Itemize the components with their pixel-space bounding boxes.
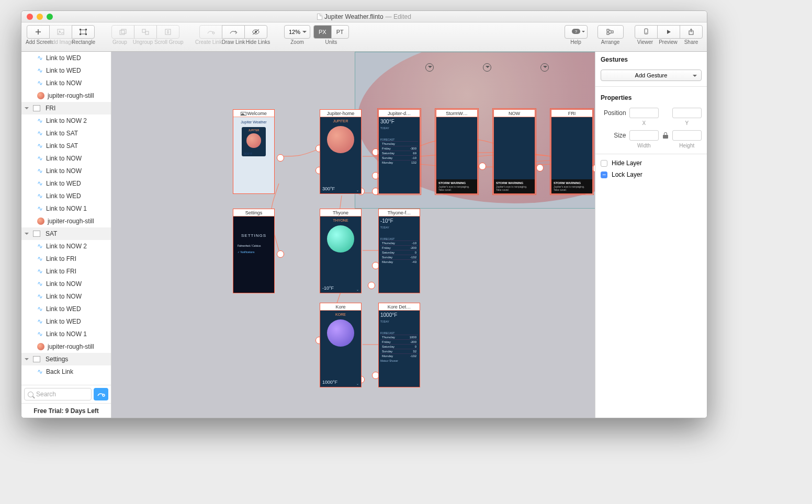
sidebar-item[interactable]: ∿Link to WED bbox=[21, 52, 111, 64]
screen-title[interactable]: NOW bbox=[494, 110, 535, 117]
sidebar-item[interactable]: ∿Link to NOW bbox=[21, 278, 111, 290]
create-link-button[interactable] bbox=[199, 25, 222, 39]
screen-title[interactable]: Kore Det… bbox=[379, 303, 420, 311]
sidebar-item[interactable]: ∿Link to SAT bbox=[21, 140, 111, 152]
unit-pt-button[interactable]: PT bbox=[331, 25, 349, 39]
lock-layer-checkbox[interactable]: − bbox=[601, 171, 607, 178]
sidebar-item[interactable]: ∿Link to FRI bbox=[21, 265, 111, 278]
help-button[interactable]: ? bbox=[565, 25, 588, 39]
screen-title[interactable]: Jupiter-home bbox=[320, 110, 361, 117]
screen-thyone[interactable]: ThyoneTHYONE-10°F⌄ bbox=[320, 209, 362, 293]
add-gesture-button[interactable]: Add Gesture bbox=[601, 70, 702, 81]
screen-body[interactable]: STORM WARNINGJupiter's eye is rampaging.… bbox=[551, 117, 592, 193]
arrange-button[interactable] bbox=[597, 25, 624, 39]
size-height-input[interactable] bbox=[672, 130, 702, 141]
screen-body[interactable]: STORM WARNINGJupiter's eye is rampaging.… bbox=[494, 117, 535, 193]
screen-jupiter-home[interactable]: Jupiter-homeJUPITER300°F⌄ bbox=[320, 109, 362, 194]
screen-body[interactable]: THYONE-10°F⌄ bbox=[320, 216, 361, 293]
sidebar-item[interactable]: ∿Link to WED bbox=[21, 190, 111, 202]
sidebar-item[interactable]: ∿Link to SAT bbox=[21, 127, 111, 140]
layer-list[interactable]: ∿Link to WED∿Link to WED∿Link to NOWjupi… bbox=[21, 52, 111, 385]
sidebar-item[interactable]: ∿Link to WED bbox=[21, 64, 111, 77]
sidebar-group-settings[interactable]: Settings bbox=[21, 353, 111, 365]
sidebar-group-fri[interactable]: FRI bbox=[21, 102, 111, 114]
sidebar-item[interactable]: jupiter-rough-still bbox=[21, 340, 111, 353]
sidebar-item[interactable]: ∿Link to WED bbox=[21, 303, 111, 315]
minimize-icon[interactable] bbox=[37, 14, 43, 20]
screen-settings[interactable]: SettingsSETTINGSFahrenheit / Celsius✓ No… bbox=[233, 209, 275, 293]
screen-now[interactable]: NOWSTORM WARNINGJupiter's eye is rampagi… bbox=[493, 109, 535, 194]
preview-button[interactable] bbox=[657, 25, 680, 39]
screen-body[interactable]: STORM WARNINGJupiter's eye is rampaging.… bbox=[436, 117, 477, 193]
sidebar-item[interactable]: ∿Link to NOW 1 bbox=[21, 202, 111, 215]
hide-links-button[interactable] bbox=[244, 25, 267, 39]
screen-body[interactable]: SETTINGSFahrenheit / Celsius✓ Notificati… bbox=[233, 216, 274, 293]
screen-kore[interactable]: KoreKORE1000°F⌄ bbox=[320, 303, 362, 387]
unit-px-button[interactable]: PX bbox=[313, 25, 332, 39]
search-input[interactable]: Search bbox=[24, 388, 92, 400]
screen-body[interactable]: 300°FTODAYFORECASTThursdayFriday-300Satu… bbox=[379, 117, 420, 193]
sidebar-item[interactable]: ∿Link to NOW 2 bbox=[21, 240, 111, 253]
node[interactable] bbox=[536, 164, 544, 171]
size-width-input[interactable] bbox=[629, 130, 659, 141]
canvas[interactable]: WelcomeJupiter WeatherJUPITER300°FJupite… bbox=[111, 52, 595, 418]
screen-welcome[interactable]: WelcomeJupiter WeatherJUPITER300°F bbox=[233, 109, 275, 194]
sidebar-item[interactable]: ∿Link to WED bbox=[21, 315, 111, 328]
scroll-entry-icon[interactable] bbox=[425, 63, 434, 72]
scroll-entry-icon[interactable] bbox=[483, 63, 491, 72]
screen-body[interactable]: Jupiter WeatherJUPITER300°F bbox=[233, 117, 274, 193]
ungroup-button[interactable] bbox=[134, 25, 157, 39]
sidebar-item[interactable]: ∿Link to NOW bbox=[21, 152, 111, 165]
screen-title[interactable]: Welcome bbox=[233, 110, 274, 117]
rectangle-button[interactable] bbox=[72, 25, 95, 39]
sidebar-item[interactable]: jupiter-rough-still bbox=[21, 89, 111, 102]
screen-thyone-f[interactable]: Thyone-f…-10°FTODAYFORECASTThursday-10Fr… bbox=[378, 209, 420, 293]
screen-body[interactable]: 1000°FTODAYFORECASTThursday1000Friday-20… bbox=[379, 311, 420, 387]
scroll-entry-icon[interactable] bbox=[540, 63, 549, 72]
sidebar-item[interactable]: ∿Link to NOW 2 bbox=[21, 114, 111, 127]
viewer-button[interactable] bbox=[635, 25, 658, 39]
filter-links-button[interactable] bbox=[94, 388, 108, 400]
add-screen-button[interactable] bbox=[27, 25, 50, 39]
zoom-select[interactable]: 12% bbox=[284, 25, 310, 39]
screen-title[interactable]: Jupiter-d… bbox=[379, 110, 420, 117]
sidebar-item[interactable]: jupiter-rough-still bbox=[21, 215, 111, 227]
lock-aspect-icon[interactable] bbox=[663, 132, 668, 139]
sidebar-item[interactable]: ∿Link to NOW 1 bbox=[21, 328, 111, 340]
position-y-input[interactable] bbox=[672, 108, 702, 118]
group-button[interactable] bbox=[111, 25, 134, 39]
titlebar[interactable]: Jupiter Weather.flinto — Edited bbox=[21, 11, 707, 22]
trial-banner[interactable]: Free Trial: 9 Days Left bbox=[21, 403, 111, 418]
screen-fri[interactable]: FRISTORM WARNINGJupiter's eye is rampagi… bbox=[551, 109, 593, 194]
screen-stormw[interactable]: StormW…STORM WARNINGJupiter's eye is ram… bbox=[436, 109, 478, 194]
screen-title[interactable]: Kore bbox=[320, 303, 361, 311]
screen-title[interactable]: FRI bbox=[551, 110, 592, 117]
screen-title[interactable]: Settings bbox=[233, 209, 274, 216]
node[interactable] bbox=[277, 250, 284, 258]
zoom-icon[interactable] bbox=[47, 14, 53, 20]
sidebar-item[interactable]: ∿Link to NOW bbox=[21, 165, 111, 177]
sidebar-item[interactable]: ∿Link to NOW bbox=[21, 290, 111, 303]
node[interactable] bbox=[277, 154, 284, 162]
screen-kore-det[interactable]: Kore Det…1000°FTODAYFORECASTThursday1000… bbox=[378, 303, 420, 387]
hide-layer-checkbox[interactable] bbox=[601, 160, 607, 167]
screen-title[interactable]: Thyone-f… bbox=[379, 209, 420, 216]
add-image-button[interactable] bbox=[49, 25, 72, 39]
sidebar-item[interactable]: ∿Link to WED bbox=[21, 177, 111, 190]
close-icon[interactable] bbox=[27, 14, 33, 20]
sidebar-item[interactable]: ∿Link to FRI bbox=[21, 253, 111, 265]
sidebar-item[interactable]: ∿Back Link bbox=[21, 365, 111, 378]
sidebar-item[interactable]: ∿Link to NOW bbox=[21, 77, 111, 89]
position-x-input[interactable] bbox=[629, 108, 659, 118]
screen-body[interactable]: JUPITER300°F⌄ bbox=[320, 117, 361, 193]
draw-link-button[interactable] bbox=[222, 25, 245, 39]
screen-title[interactable]: StormW… bbox=[436, 110, 477, 117]
node[interactable] bbox=[479, 163, 486, 170]
share-button[interactable] bbox=[680, 25, 703, 39]
node[interactable] bbox=[368, 282, 375, 289]
sidebar-group-sat[interactable]: SAT bbox=[21, 227, 111, 240]
scroll-group-button[interactable] bbox=[156, 25, 179, 39]
screen-title[interactable]: Thyone bbox=[320, 209, 361, 216]
screen-jupiter-d[interactable]: Jupiter-d…300°FTODAYFORECASTThursdayFrid… bbox=[378, 109, 420, 194]
screen-body[interactable]: KORE1000°F⌄ bbox=[320, 311, 361, 387]
